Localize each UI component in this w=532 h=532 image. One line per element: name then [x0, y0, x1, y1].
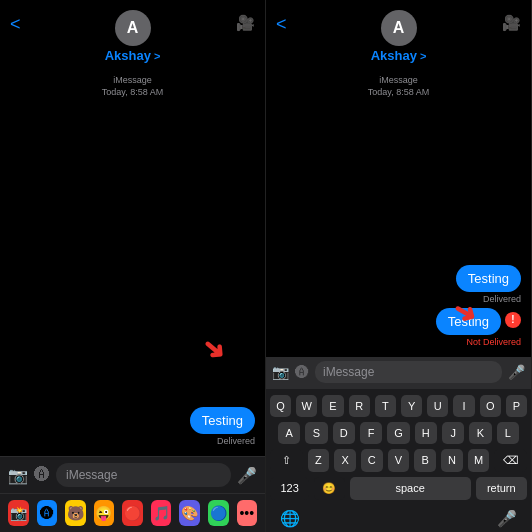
error-icon: ! — [505, 312, 521, 328]
mic-icon-kb[interactable]: 🎤 — [508, 364, 525, 380]
contact-name-right[interactable]: Akshay — [371, 48, 427, 63]
app-blue[interactable]: 🔵 — [208, 500, 229, 526]
right-header: < A Akshay 🎥 — [266, 0, 531, 69]
app-store[interactable]: 🅐 — [37, 500, 58, 526]
left-panel: < A Akshay 🎥 iMessage Today, 8:58 AM Tes… — [0, 0, 266, 532]
key-d[interactable]: D — [333, 422, 355, 444]
app-red[interactable]: 🔴 — [122, 500, 143, 526]
service-label: iMessage — [10, 75, 255, 85]
keyboard-top-bar: 📷 🅐 iMessage 🎤 — [266, 357, 531, 389]
key-i[interactable]: I — [453, 395, 474, 417]
key-r[interactable]: R — [349, 395, 370, 417]
camera-icon-kb[interactable]: 📷 — [272, 364, 289, 380]
message-input[interactable]: iMessage — [56, 463, 231, 487]
back-button[interactable]: < — [10, 14, 21, 35]
key-h[interactable]: H — [415, 422, 437, 444]
app-more[interactable]: ••• — [237, 500, 258, 526]
sent-message-wrapper: Testing Delivered — [10, 407, 255, 446]
timestamp: Today, 8:58 AM — [10, 87, 255, 97]
key-e[interactable]: E — [322, 395, 343, 417]
key-delete[interactable]: ⌫ — [494, 449, 527, 472]
key-p[interactable]: P — [506, 395, 527, 417]
key-a[interactable]: A — [278, 422, 300, 444]
sent-message-wrapper-right: Testing Delivered Testing ! Not Delivere… — [276, 265, 521, 347]
video-call-button-right[interactable]: 🎥 — [502, 14, 521, 32]
keyboard-bottom-icons: 🌐 🎤 — [270, 505, 527, 528]
input-bar: 📷 🅐 iMessage 🎤 — [0, 456, 265, 493]
key-t[interactable]: T — [375, 395, 396, 417]
app-photos[interactable]: 📸 — [8, 500, 29, 526]
key-f[interactable]: F — [360, 422, 382, 444]
delivered-status-right: Delivered — [483, 294, 521, 304]
timestamp-right: Today, 8:58 AM — [276, 87, 521, 97]
keyboard-row-1: Q W E R T Y U I O P — [270, 395, 527, 417]
key-123[interactable]: 123 — [270, 477, 309, 500]
keyboard-row-4: 123 😊 space return — [270, 477, 527, 500]
message-bubble-1-right: Testing — [456, 265, 521, 292]
key-emoji[interactable]: 😊 — [314, 477, 344, 500]
key-l[interactable]: L — [497, 422, 519, 444]
camera-icon[interactable]: 📷 — [8, 466, 28, 485]
key-j[interactable]: J — [442, 422, 464, 444]
service-label-right: iMessage — [276, 75, 521, 85]
apps-icon[interactable]: 🅐 — [34, 466, 50, 484]
contact-name[interactable]: Akshay — [105, 48, 161, 63]
avatar: A — [115, 10, 151, 46]
key-x[interactable]: X — [334, 449, 356, 472]
globe-icon[interactable]: 🌐 — [280, 509, 300, 528]
key-g[interactable]: G — [387, 422, 409, 444]
key-k[interactable]: K — [469, 422, 491, 444]
key-y[interactable]: Y — [401, 395, 422, 417]
back-button-right[interactable]: < — [276, 14, 287, 35]
keyboard-row-3: ⇧ Z X C V B N M ⌫ — [270, 449, 527, 472]
left-header: < A Akshay 🎥 — [0, 0, 265, 69]
mic-icon[interactable]: 🎤 — [497, 509, 517, 528]
send-button[interactable]: 🎤 — [237, 466, 257, 485]
key-n[interactable]: N — [441, 449, 463, 472]
key-o[interactable]: O — [480, 395, 501, 417]
message-area: iMessage Today, 8:58 AM Testing Delivere… — [0, 69, 265, 456]
message-bubble: Testing — [190, 407, 255, 434]
avatar-right: A — [381, 10, 417, 46]
app-memoji[interactable]: 🐻 — [65, 500, 86, 526]
not-delivered-status: Not Delivered — [466, 337, 521, 347]
key-c[interactable]: C — [361, 449, 383, 472]
key-u[interactable]: U — [427, 395, 448, 417]
video-call-button[interactable]: 🎥 — [236, 14, 255, 32]
app-music[interactable]: 🎵 — [151, 500, 172, 526]
keyboard: Q W E R T Y U I O P A S D F G H J K L ⇧ … — [266, 389, 531, 532]
key-s[interactable]: S — [305, 422, 327, 444]
keyboard-input[interactable]: iMessage — [315, 361, 502, 383]
key-m[interactable]: M — [468, 449, 490, 472]
apps-bar: 📸 🅐 🐻 😜 🔴 🎵 🎨 🔵 ••• — [0, 493, 265, 532]
arrow-indicator: ➜ — [194, 329, 233, 369]
key-return[interactable]: return — [476, 477, 527, 500]
key-shift[interactable]: ⇧ — [270, 449, 303, 472]
key-w[interactable]: W — [296, 395, 317, 417]
keyboard-row-2: A S D F G H J K L — [270, 422, 527, 444]
right-panel: < A Akshay 🎥 iMessage Today, 8:58 AM Tes… — [266, 0, 532, 532]
message-area-right: iMessage Today, 8:58 AM Testing Delivere… — [266, 69, 531, 357]
apps-icon-kb[interactable]: 🅐 — [295, 364, 309, 380]
app-art[interactable]: 🎨 — [179, 500, 200, 526]
app-animoji[interactable]: 😜 — [94, 500, 115, 526]
key-space[interactable]: space — [350, 477, 471, 500]
key-v[interactable]: V — [388, 449, 410, 472]
key-b[interactable]: B — [414, 449, 436, 472]
key-q[interactable]: Q — [270, 395, 291, 417]
delivered-status: Delivered — [217, 436, 255, 446]
key-z[interactable]: Z — [308, 449, 330, 472]
